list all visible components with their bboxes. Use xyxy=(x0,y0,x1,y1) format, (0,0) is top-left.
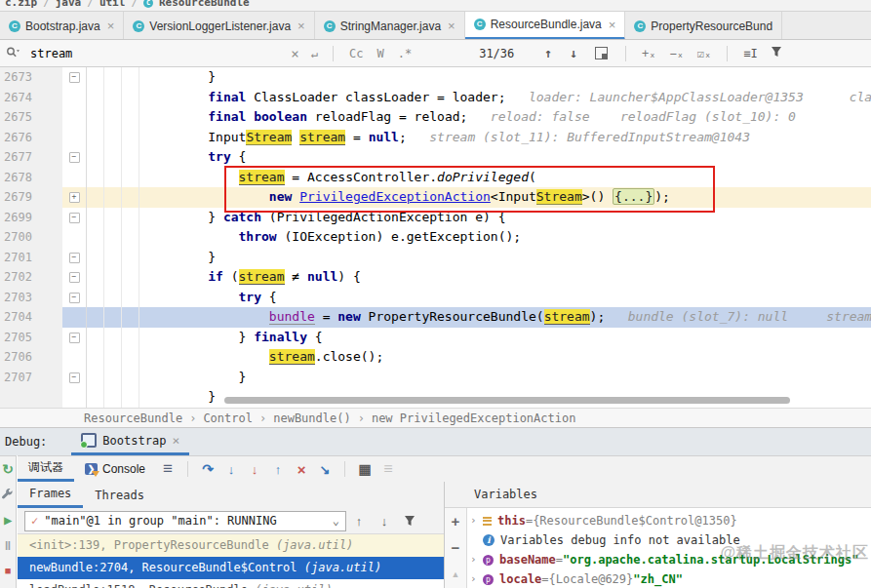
line-number[interactable]: 2706 xyxy=(0,347,62,368)
clear-search-icon[interactable]: × xyxy=(291,46,298,61)
pause-icon[interactable]: ‖ xyxy=(0,532,17,558)
hamburger-menu-icon[interactable]: ≡ xyxy=(156,456,179,482)
line-number[interactable]: 2676 xyxy=(0,128,62,148)
variable-row[interactable]: ›this = {ResourceBundle$Control@1350} xyxy=(466,511,871,530)
step-over-icon[interactable]: ↷ xyxy=(196,456,219,482)
line-number[interactable]: 2675 xyxy=(0,107,62,128)
code-text[interactable]: try { xyxy=(86,147,246,168)
variable-row[interactable]: ›pbaseName = "org.apache.catalina.startu… xyxy=(466,550,871,569)
fold-collapse-icon[interactable]: − xyxy=(69,333,80,343)
tab-debugger[interactable]: 调试器 xyxy=(18,456,74,482)
stop-icon[interactable]: ■ xyxy=(0,558,17,583)
code-text[interactable]: } xyxy=(86,387,216,408)
line-number[interactable] xyxy=(0,387,62,408)
step-into-icon[interactable]: ↓ xyxy=(219,456,243,482)
editor-tab-stringmanager-java[interactable]: CStringManager.java× xyxy=(315,12,465,40)
words-toggle[interactable]: W xyxy=(376,47,383,60)
stack-frame[interactable]: newBundle:2704, ResourceBundle$Control (… xyxy=(18,557,444,579)
drop-frame-icon[interactable]: × xyxy=(290,456,313,482)
match-case-toggle[interactable]: Cc xyxy=(349,47,363,60)
next-match-icon[interactable]: ↓ xyxy=(570,46,577,60)
select-all-occurrences-icon[interactable]: ☑ₓ xyxy=(697,47,711,60)
line-number[interactable]: 2679 xyxy=(0,187,62,208)
debug-session-tab[interactable]: Bootstrap × xyxy=(71,428,189,455)
path-segment[interactable]: ResourceBundle xyxy=(159,0,250,9)
line-number[interactable]: 2703 xyxy=(0,288,62,308)
tab-console[interactable]: ❯Console xyxy=(74,456,156,482)
code-text[interactable]: final ClassLoader classLoader = loader; … xyxy=(86,88,871,108)
fold-collapse-icon[interactable]: − xyxy=(69,372,80,383)
fold-collapse-icon[interactable]: − xyxy=(69,152,80,163)
breadcrumb-item[interactable]: new PrivilegedExceptionAction xyxy=(372,412,576,425)
fold-collapse-icon[interactable]: − xyxy=(69,293,80,303)
line-number[interactable]: 2699 xyxy=(0,208,62,228)
code-text[interactable]: InputStream stream = null; stream (slot_… xyxy=(86,128,750,148)
scroll-to-top-icon[interactable]: ▲ xyxy=(445,562,466,588)
layout-settings-icon[interactable]: ≡ xyxy=(376,456,400,482)
search-in-selection-icon[interactable] xyxy=(595,47,608,59)
line-number[interactable]: 2678 xyxy=(0,168,62,188)
force-step-into-icon[interactable]: ↓ xyxy=(243,456,266,482)
code-text[interactable]: if (stream ≠ null) { xyxy=(86,267,361,288)
resume-icon[interactable]: ▶ xyxy=(0,507,17,532)
close-icon[interactable]: × xyxy=(609,18,616,32)
fold-collapse-icon[interactable]: − xyxy=(69,213,80,223)
view-as-table-icon[interactable]: ▦ xyxy=(353,456,376,482)
editor-tab-bootstrap-java[interactable]: CBootstrap.java× xyxy=(0,12,124,40)
stack-frame[interactable]: loadBundle:1518, ResourceBundle (java.ut… xyxy=(18,579,444,588)
thread-selector[interactable]: ✓ "main"@1 in group "main": RUNNING ⌄ xyxy=(24,511,346,531)
filter-lines-icon[interactable]: ≡I xyxy=(743,47,757,60)
close-icon[interactable]: × xyxy=(172,433,179,448)
editor-tab-resourcebundle-java[interactable]: CResourceBundle.java× xyxy=(465,12,626,40)
line-number[interactable]: 2701 xyxy=(0,248,62,268)
breadcrumb-item[interactable]: ResourceBundle xyxy=(84,412,182,425)
newline-icon[interactable]: ↵ xyxy=(311,47,318,60)
search-icon[interactable] xyxy=(6,46,20,61)
line-number[interactable]: 2702 xyxy=(0,267,62,288)
line-number[interactable]: 2674 xyxy=(0,88,62,108)
settings-wrench-icon[interactable] xyxy=(0,482,17,507)
tab-frames[interactable]: Frames xyxy=(18,482,83,508)
editor-tab-versionloggerlistener-java[interactable]: CVersionLoggerListener.java× xyxy=(124,12,314,40)
down-arrow-icon[interactable]: ↓ xyxy=(372,514,397,529)
prev-match-icon[interactable]: ↑ xyxy=(544,46,552,60)
breadcrumb-item[interactable]: newBundle() xyxy=(273,412,350,425)
variable-row[interactable]: ›plocale = {Locale@629} "zh_CN" xyxy=(466,569,871,588)
line-number[interactable]: 2700 xyxy=(0,227,62,248)
up-arrow-icon[interactable]: ↑ xyxy=(346,514,372,529)
line-number[interactable]: 2673 xyxy=(0,67,62,88)
line-number[interactable]: 2677 xyxy=(0,147,62,168)
code-text[interactable]: } xyxy=(86,248,216,268)
code-text[interactable]: stream.close(); xyxy=(86,347,383,368)
line-number[interactable]: 2704 xyxy=(0,307,62,328)
horizontal-scrollbar[interactable] xyxy=(224,397,790,404)
fold-collapse-icon[interactable]: − xyxy=(69,253,80,263)
path-segment[interactable]: c.zip xyxy=(5,0,37,9)
tab-threads[interactable]: Threads xyxy=(83,482,156,508)
variable-row[interactable]: iVariables debug info not available xyxy=(466,530,871,550)
run-to-cursor-icon[interactable]: ↘ xyxy=(313,456,337,482)
code-text[interactable]: } xyxy=(86,67,216,88)
remove-occurrence-icon[interactable]: −ₓ xyxy=(669,47,683,60)
remove-watch-icon[interactable]: − xyxy=(445,534,466,561)
expand-chevron-icon[interactable]: › xyxy=(470,550,483,569)
expand-chevron-icon[interactable]: › xyxy=(470,511,483,530)
filter-icon[interactable] xyxy=(397,514,422,529)
path-segment[interactable]: util xyxy=(99,0,126,9)
code-text[interactable]: throw (IOException) e.getException(); xyxy=(86,227,521,248)
rerun-icon[interactable]: ↻ xyxy=(0,456,17,482)
code-text[interactable]: bundle = new PropertyResourceBundle(stre… xyxy=(86,307,871,328)
step-out-icon[interactable]: ↑ xyxy=(266,456,290,482)
path-segment[interactable]: java xyxy=(56,0,82,9)
code-text[interactable]: try { xyxy=(86,288,277,308)
breadcrumb-item[interactable]: Control xyxy=(203,412,253,425)
add-watch-icon[interactable]: + xyxy=(445,508,466,534)
stack-frame[interactable]: <init>:139, PropertyResourceBundle (java… xyxy=(18,534,444,557)
code-text[interactable]: final boolean reloadFlag = reload; reloa… xyxy=(86,107,796,128)
regex-toggle[interactable]: .* xyxy=(398,47,412,60)
editor-tab-propertyresourcebund[interactable]: CPropertyResourceBund xyxy=(625,12,782,40)
expand-chevron-icon[interactable]: › xyxy=(470,569,483,588)
search-input[interactable]: stream xyxy=(30,47,72,60)
line-number[interactable]: 2707 xyxy=(0,368,62,388)
filter-icon[interactable] xyxy=(771,46,782,60)
